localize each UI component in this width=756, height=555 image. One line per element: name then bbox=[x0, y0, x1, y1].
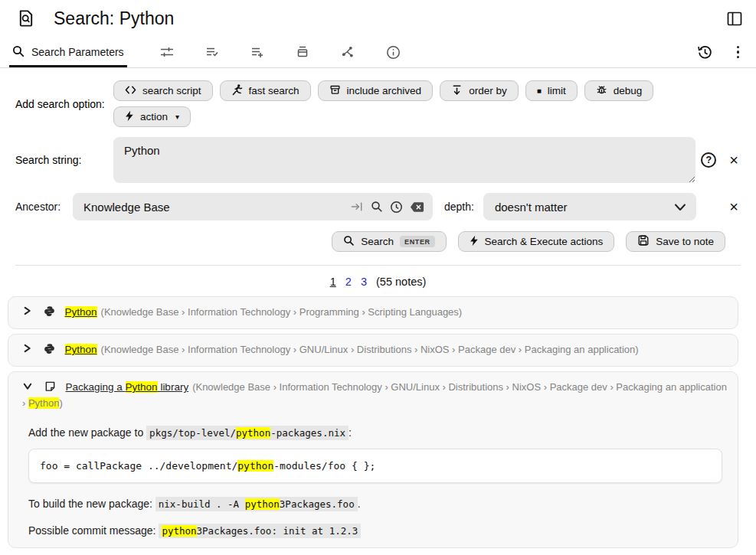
help-icon[interactable]: ? bbox=[701, 152, 716, 168]
remove-ancestor-icon[interactable]: × bbox=[729, 199, 738, 214]
depth-label: depth: bbox=[444, 201, 474, 213]
note-path: (Knowledge Base › Information Technology… bbox=[101, 344, 639, 355]
python-logo-icon bbox=[44, 305, 55, 321]
expand-chevron-right-icon[interactable] bbox=[22, 343, 32, 357]
add-search-option-label: Add search option: bbox=[15, 98, 113, 110]
ribbon-icons bbox=[160, 37, 401, 67]
add-search-option-row: Add search option: search script fast se… bbox=[15, 80, 741, 127]
right-panel-toggle-icon[interactable] bbox=[727, 11, 744, 26]
tab-label: Search Parameters bbox=[31, 46, 124, 58]
fast-search-button[interactable]: fast search bbox=[220, 80, 311, 101]
ribbon-bar: Search Parameters bbox=[0, 37, 756, 68]
runner-icon bbox=[231, 83, 243, 98]
remove-search-string-icon[interactable]: × bbox=[729, 152, 738, 168]
search-string-row: Search string: Python ? × bbox=[15, 137, 741, 183]
inline-code: python3Packages.foo: init at 1.2.3 bbox=[159, 524, 361, 538]
paragraph-commit-message: Possible commit message: python3Packages… bbox=[28, 524, 724, 537]
code-icon bbox=[125, 85, 136, 97]
square-icon: ■ bbox=[537, 87, 542, 95]
search-script-button[interactable]: search script bbox=[113, 80, 213, 101]
search-icon bbox=[343, 235, 355, 249]
result-row-3-expanded: Packaging a Python library(Knowledge Bas… bbox=[8, 371, 738, 548]
owned-attributes-list-check-icon[interactable] bbox=[205, 45, 219, 59]
page-title: Search: Python bbox=[54, 8, 174, 29]
ribbon-right-icons bbox=[697, 37, 748, 67]
chevron-down-icon bbox=[674, 201, 686, 214]
bug-icon bbox=[596, 84, 607, 98]
order-by-button[interactable]: order by bbox=[440, 80, 519, 101]
search-option-buttons: search script fast search include archiv… bbox=[113, 80, 653, 127]
result-count: (55 notes) bbox=[376, 276, 426, 288]
arrow-down-to-bar-icon bbox=[451, 84, 463, 98]
inherited-attributes-list-plus-icon[interactable] bbox=[250, 45, 264, 59]
ancestor-row: Ancestor: depth: doesn't matter × bbox=[15, 193, 741, 220]
page-2-link[interactable]: 2 bbox=[345, 276, 352, 288]
save-to-note-button[interactable]: Save to note bbox=[626, 231, 725, 252]
paragraph-build-package: To build the new package: nix-build . -A… bbox=[28, 498, 724, 510]
python-logo-icon bbox=[44, 343, 55, 358]
jump-to-note-icon[interactable] bbox=[351, 201, 364, 212]
note-title-link[interactable]: Packaging a Python library bbox=[66, 381, 189, 393]
note-title-link[interactable]: Python bbox=[65, 306, 97, 318]
clear-backspace-icon[interactable] bbox=[410, 201, 424, 213]
search-icon bbox=[12, 45, 25, 60]
search-execute-actions-button[interactable]: Search & Execute actions bbox=[458, 231, 615, 252]
expand-chevron-right-icon[interactable] bbox=[22, 305, 32, 320]
title-bar: Search: Python bbox=[0, 0, 756, 37]
note-path: (Knowledge Base › Information Technology… bbox=[101, 306, 463, 318]
more-options-menu-icon[interactable] bbox=[734, 44, 743, 60]
search-definition-form: Add search option: search script fast se… bbox=[0, 68, 756, 266]
note-title-link[interactable]: Python bbox=[65, 344, 97, 355]
basic-properties-sliders-icon[interactable] bbox=[160, 45, 174, 59]
ancestor-input-icons bbox=[351, 193, 424, 220]
pagination: 1 2 3 (55 notes) bbox=[0, 266, 756, 296]
lightning-icon bbox=[125, 110, 134, 124]
inline-code: nix-build . -A python3Packages.foo bbox=[155, 497, 358, 511]
search-string-input[interactable]: Python bbox=[113, 137, 695, 183]
archive-icon bbox=[329, 84, 341, 98]
include-archived-button[interactable]: include archived bbox=[318, 80, 434, 101]
search-note-icon bbox=[17, 9, 35, 28]
note-map-graph-icon[interactable] bbox=[341, 45, 355, 59]
result-row-2: Python(Knowledge Base › Information Tech… bbox=[8, 334, 738, 367]
search-results-list: Python(Knowledge Base › Information Tech… bbox=[0, 296, 756, 548]
page-3-link[interactable]: 3 bbox=[361, 276, 367, 288]
search-notes-icon[interactable] bbox=[371, 201, 383, 213]
result-row-1: Python(Knowledge Base › Information Tech… bbox=[8, 296, 738, 329]
search-string-label: Search string: bbox=[15, 154, 113, 166]
debug-button[interactable]: debug bbox=[584, 80, 654, 101]
depth-select-value: doesn't matter bbox=[495, 201, 568, 214]
page-1-current[interactable]: 1 bbox=[330, 276, 336, 288]
code-block: foo = callPackage ../development/python-… bbox=[28, 449, 722, 483]
lightning-icon bbox=[470, 235, 479, 249]
note-document-icon bbox=[44, 380, 56, 396]
collapse-chevron-down-icon[interactable] bbox=[22, 380, 33, 395]
enter-key-badge: ENTER bbox=[400, 236, 435, 247]
caret-down-icon: ▾ bbox=[175, 113, 179, 121]
ancestor-label: Ancestor: bbox=[15, 201, 73, 213]
recent-notes-clock-icon[interactable] bbox=[390, 201, 403, 214]
depth-select[interactable]: doesn't matter bbox=[483, 193, 696, 220]
save-floppy-icon bbox=[637, 234, 650, 249]
action-dropdown-button[interactable]: action ▾ bbox=[113, 106, 191, 127]
search-button[interactable]: Search ENTER bbox=[332, 231, 446, 252]
note-revisions-history-icon[interactable] bbox=[697, 44, 713, 60]
archive-box-icon[interactable] bbox=[296, 45, 309, 59]
inline-code: pkgs/top-level/python-packages.nix bbox=[146, 426, 349, 440]
note-info-icon[interactable] bbox=[386, 45, 401, 60]
tab-search-parameters[interactable]: Search Parameters bbox=[9, 37, 127, 67]
note-preview-content: Add the new package to pkgs/top-level/py… bbox=[22, 410, 727, 540]
paragraph-add-package: Add the new package to pkgs/top-level/py… bbox=[28, 426, 724, 439]
limit-button[interactable]: ■ limit bbox=[525, 80, 578, 101]
search-actions-row: Search ENTER Search & Execute actions Sa… bbox=[15, 231, 741, 252]
